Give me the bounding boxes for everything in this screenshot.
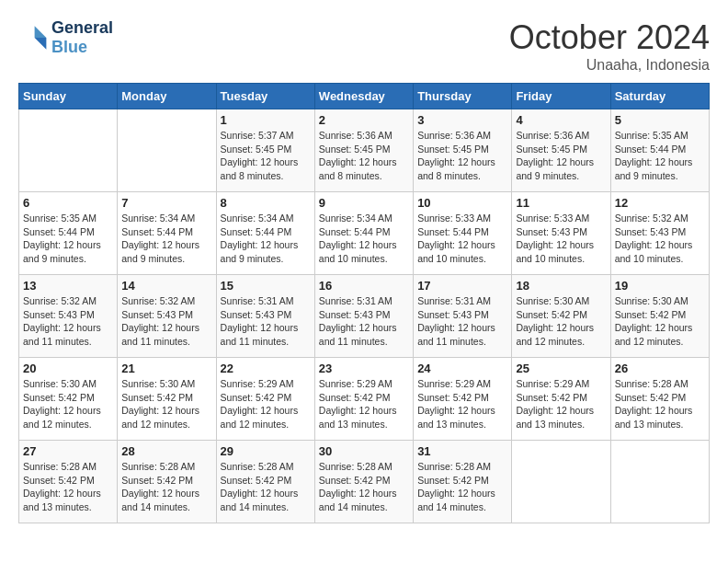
day-number: 12: [615, 196, 705, 210]
day-number: 15: [221, 279, 311, 293]
week-row-1: 6Sunrise: 5:35 AM Sunset: 5:44 PM Daylig…: [19, 192, 710, 275]
day-info: Sunrise: 5:28 AM Sunset: 5:42 PM Dayligh…: [221, 460, 311, 514]
day-info: Sunrise: 5:36 AM Sunset: 5:45 PM Dayligh…: [319, 129, 409, 183]
day-info: Sunrise: 5:30 AM Sunset: 5:42 PM Dayligh…: [516, 294, 606, 349]
day-number: 19: [615, 279, 705, 293]
day-info: Sunrise: 5:33 AM Sunset: 5:43 PM Dayligh…: [516, 212, 606, 266]
weekday-header-thursday: Thursday: [414, 84, 512, 109]
day-number: 4: [516, 113, 606, 127]
calendar-cell: 4Sunrise: 5:36 AM Sunset: 5:45 PM Daylig…: [512, 109, 610, 192]
day-number: 11: [516, 196, 606, 210]
day-number: 18: [516, 279, 606, 293]
calendar-cell: 29Sunrise: 5:28 AM Sunset: 5:42 PM Dayli…: [216, 441, 314, 523]
day-number: 9: [319, 196, 409, 210]
day-info: Sunrise: 5:34 AM Sunset: 5:44 PM Dayligh…: [221, 212, 311, 266]
day-info: Sunrise: 5:29 AM Sunset: 5:42 PM Dayligh…: [417, 377, 507, 431]
day-number: 3: [417, 113, 507, 127]
day-info: Sunrise: 5:31 AM Sunset: 5:43 PM Dayligh…: [417, 294, 507, 349]
day-number: 10: [417, 196, 507, 210]
week-row-0: 1Sunrise: 5:37 AM Sunset: 5:45 PM Daylig…: [19, 109, 710, 192]
day-info: Sunrise: 5:28 AM Sunset: 5:42 PM Dayligh…: [615, 377, 705, 431]
day-number: 22: [221, 362, 311, 375]
svg-marker-0: [35, 26, 47, 38]
day-number: 29: [221, 444, 311, 458]
calendar-table: SundayMondayTuesdayWednesdayThursdayFrid…: [18, 83, 710, 523]
day-number: 24: [417, 362, 507, 375]
calendar-cell: 12Sunrise: 5:32 AM Sunset: 5:43 PM Dayli…: [610, 192, 709, 275]
calendar-cell: 13Sunrise: 5:32 AM Sunset: 5:43 PM Dayli…: [19, 275, 118, 358]
day-number: 28: [121, 444, 211, 458]
day-number: 1: [221, 113, 311, 127]
day-info: Sunrise: 5:30 AM Sunset: 5:42 PM Dayligh…: [615, 294, 705, 349]
weekday-header-tuesday: Tuesday: [216, 84, 314, 109]
day-number: 26: [615, 362, 705, 375]
day-number: 6: [23, 196, 113, 210]
svg-marker-1: [35, 38, 47, 50]
weekday-header-saturday: Saturday: [610, 84, 709, 109]
day-number: 13: [23, 279, 113, 293]
calendar-cell: 16Sunrise: 5:31 AM Sunset: 5:43 PM Dayli…: [314, 275, 413, 358]
day-info: Sunrise: 5:28 AM Sunset: 5:42 PM Dayligh…: [319, 460, 409, 514]
weekday-header-monday: Monday: [118, 84, 216, 109]
calendar-cell: [19, 109, 118, 192]
day-info: Sunrise: 5:30 AM Sunset: 5:42 PM Dayligh…: [23, 377, 113, 431]
calendar-cell: 1Sunrise: 5:37 AM Sunset: 5:45 PM Daylig…: [216, 109, 314, 192]
weekday-header-wednesday: Wednesday: [314, 84, 413, 109]
day-info: Sunrise: 5:36 AM Sunset: 5:45 PM Dayligh…: [417, 129, 507, 183]
day-info: Sunrise: 5:34 AM Sunset: 5:44 PM Dayligh…: [121, 212, 211, 266]
day-info: Sunrise: 5:32 AM Sunset: 5:43 PM Dayligh…: [23, 294, 113, 349]
calendar-cell: 27Sunrise: 5:28 AM Sunset: 5:42 PM Dayli…: [19, 441, 118, 523]
logo-icon: [18, 23, 48, 52]
calendar-cell: 15Sunrise: 5:31 AM Sunset: 5:43 PM Dayli…: [216, 275, 314, 358]
day-number: 21: [121, 362, 211, 375]
week-row-3: 20Sunrise: 5:30 AM Sunset: 5:42 PM Dayli…: [19, 358, 710, 441]
day-info: Sunrise: 5:32 AM Sunset: 5:43 PM Dayligh…: [121, 294, 211, 349]
calendar-cell: 6Sunrise: 5:35 AM Sunset: 5:44 PM Daylig…: [19, 192, 118, 275]
day-info: Sunrise: 5:37 AM Sunset: 5:45 PM Dayligh…: [221, 129, 311, 183]
calendar-cell: 18Sunrise: 5:30 AM Sunset: 5:42 PM Dayli…: [512, 275, 610, 358]
day-info: Sunrise: 5:31 AM Sunset: 5:43 PM Dayligh…: [221, 294, 311, 349]
day-number: 25: [516, 362, 606, 375]
calendar-cell: 30Sunrise: 5:28 AM Sunset: 5:42 PM Dayli…: [314, 441, 413, 523]
day-number: 30: [319, 444, 409, 458]
calendar-cell: 10Sunrise: 5:33 AM Sunset: 5:44 PM Dayli…: [414, 192, 512, 275]
calendar-cell: 26Sunrise: 5:28 AM Sunset: 5:42 PM Dayli…: [610, 358, 709, 441]
calendar-cell: 8Sunrise: 5:34 AM Sunset: 5:44 PM Daylig…: [216, 192, 314, 275]
month-title: October 2024: [509, 18, 710, 57]
calendar-cell: 22Sunrise: 5:29 AM Sunset: 5:42 PM Dayli…: [216, 358, 314, 441]
day-info: Sunrise: 5:28 AM Sunset: 5:42 PM Dayligh…: [417, 460, 507, 514]
calendar-cell: 24Sunrise: 5:29 AM Sunset: 5:42 PM Dayli…: [414, 358, 512, 441]
day-info: Sunrise: 5:28 AM Sunset: 5:42 PM Dayligh…: [23, 460, 113, 514]
day-info: Sunrise: 5:35 AM Sunset: 5:44 PM Dayligh…: [23, 212, 113, 266]
week-row-4: 27Sunrise: 5:28 AM Sunset: 5:42 PM Dayli…: [19, 441, 710, 523]
calendar-body: 1Sunrise: 5:37 AM Sunset: 5:45 PM Daylig…: [19, 109, 710, 523]
calendar-cell: 17Sunrise: 5:31 AM Sunset: 5:43 PM Dayli…: [414, 275, 512, 358]
day-info: Sunrise: 5:36 AM Sunset: 5:45 PM Dayligh…: [516, 129, 606, 183]
calendar-cell: 2Sunrise: 5:36 AM Sunset: 5:45 PM Daylig…: [314, 109, 413, 192]
day-info: Sunrise: 5:33 AM Sunset: 5:44 PM Dayligh…: [417, 212, 507, 266]
calendar-cell: 20Sunrise: 5:30 AM Sunset: 5:42 PM Dayli…: [19, 358, 118, 441]
calendar-header: SundayMondayTuesdayWednesdayThursdayFrid…: [19, 84, 710, 109]
day-info: Sunrise: 5:29 AM Sunset: 5:42 PM Dayligh…: [516, 377, 606, 431]
day-info: Sunrise: 5:35 AM Sunset: 5:44 PM Dayligh…: [615, 129, 705, 183]
day-number: 5: [615, 113, 705, 127]
day-info: Sunrise: 5:30 AM Sunset: 5:42 PM Dayligh…: [121, 377, 211, 431]
calendar-cell: 21Sunrise: 5:30 AM Sunset: 5:42 PM Dayli…: [118, 358, 216, 441]
day-number: 31: [417, 444, 507, 458]
day-number: 14: [121, 279, 211, 293]
day-info: Sunrise: 5:32 AM Sunset: 5:43 PM Dayligh…: [615, 212, 705, 266]
calendar-cell: 3Sunrise: 5:36 AM Sunset: 5:45 PM Daylig…: [414, 109, 512, 192]
week-row-2: 13Sunrise: 5:32 AM Sunset: 5:43 PM Dayli…: [19, 275, 710, 358]
title-block: October 2024 Unaaha, Indonesia: [509, 18, 710, 74]
calendar-cell: 11Sunrise: 5:33 AM Sunset: 5:43 PM Dayli…: [512, 192, 610, 275]
day-info: Sunrise: 5:28 AM Sunset: 5:42 PM Dayligh…: [121, 460, 211, 514]
calendar-cell: [118, 109, 216, 192]
logo-text: General Blue: [51, 18, 113, 57]
day-number: 2: [319, 113, 409, 127]
weekday-header-friday: Friday: [512, 84, 610, 109]
day-number: 23: [319, 362, 409, 375]
day-number: 27: [23, 444, 113, 458]
calendar-cell: 14Sunrise: 5:32 AM Sunset: 5:43 PM Dayli…: [118, 275, 216, 358]
day-number: 7: [121, 196, 211, 210]
page-header: General Blue October 2024 Unaaha, Indone…: [18, 18, 710, 74]
